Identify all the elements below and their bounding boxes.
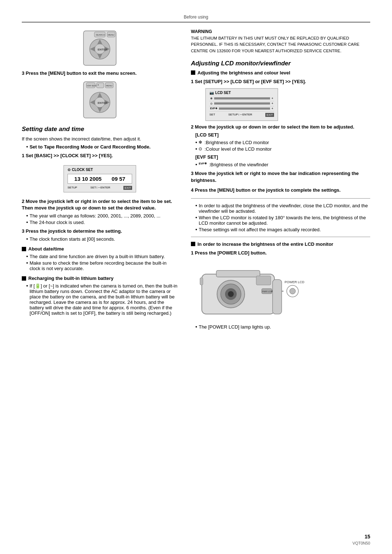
camera-power-svg: PWR LCD POWER LCD bbox=[195, 260, 311, 321]
warning-title: WARNING bbox=[191, 29, 370, 34]
bullet-recharge-text: If [🔋] or [~] is indicated when the came… bbox=[26, 283, 178, 316]
bullet-adj-brightness: In order to adjust the brightness of the… bbox=[195, 203, 370, 214]
page-number: 15 bbox=[364, 534, 370, 539]
svg-text:▲: ▲ bbox=[97, 83, 99, 86]
clock-set-panel: ⊙ CLOCK SET 13 10 2005 09 57 SETUP SET↕↔… bbox=[64, 165, 136, 192]
section-divider-1 bbox=[191, 198, 370, 199]
colour-lcd-bullet: ⊙ :Colour level of the LCD monitor bbox=[195, 146, 370, 152]
svg-text:PWR LCD: PWR LCD bbox=[262, 290, 272, 293]
warning-box: WARNING THE LITHIUM BATTERY IN THIS UNIT… bbox=[191, 29, 370, 54]
svg-text:SEARCH: SEARCH bbox=[96, 34, 105, 36]
step4-complete: 4 Press the [MENU] button or the joystic… bbox=[191, 187, 370, 194]
adjusting-lcd-title: Adjusting LCD monitor/viewfinder bbox=[191, 60, 370, 67]
version-number: VQT0N50 bbox=[352, 541, 370, 545]
about-square-icon bbox=[22, 247, 26, 251]
header-divider bbox=[22, 22, 370, 23]
clock-time-display: 13 10 2005 09 57 bbox=[68, 174, 132, 184]
svg-rect-39 bbox=[273, 280, 282, 314]
step3-joystick-bar: 3 Move the joystick left or right to mov… bbox=[191, 170, 370, 184]
svg-text:MENU: MENU bbox=[106, 85, 113, 87]
about-date-time-heading: About date/time bbox=[22, 246, 178, 252]
brightness-colour-heading: Adjusting the brightness and colour leve… bbox=[191, 70, 370, 76]
camera-control-diagram-bottom: VDR SEARCH ▲ MENU ENTER bbox=[76, 80, 123, 120]
svg-rect-32 bbox=[256, 276, 271, 285]
lcd-set-label: SET bbox=[209, 113, 215, 117]
brightness-lcd-bullet: ✻ :Brightness of the LCD monitor bbox=[195, 140, 370, 145]
section-divider-2 bbox=[191, 237, 370, 237]
lcd-panel-rows: ✻ + ⊙ + EVF✻ + bbox=[209, 96, 274, 111]
recharging-square-icon bbox=[22, 276, 26, 281]
bullet-rotated-180: When the LCD monitor is rotated by 180° … bbox=[195, 215, 370, 226]
svg-text:ENTER: ENTER bbox=[98, 48, 107, 51]
lcd-row-3: EVF✻ + bbox=[209, 106, 274, 111]
lcd-row-2: ⊙ + bbox=[209, 101, 274, 106]
step2-adjust: 2 Move the joystick up or down in order … bbox=[191, 124, 370, 131]
bullet-builtin-battery: The date and time function are driven by… bbox=[26, 254, 178, 259]
clock-date: 13 10 2005 bbox=[74, 176, 102, 182]
clock-enter-label: SET↕↔ENTER bbox=[90, 186, 110, 190]
brightness-evf-bullet: EVF✻ :Brightness of the viewfinder bbox=[195, 162, 370, 167]
increase-brightness-heading: In order to increase the brightness of t… bbox=[191, 241, 370, 247]
bullet-year: The year will change as follows: 2000, 2… bbox=[26, 213, 178, 219]
left-column: SEARCH MENU ENTER 3 Press the [MENU] but… bbox=[22, 29, 178, 317]
lcd-set-panel: 📷 LCD SET ✻ + ⊙ + bbox=[205, 88, 278, 121]
lcd-panel-title-text: LCD SET bbox=[215, 91, 231, 95]
lcd-exit-label: EXIT bbox=[265, 113, 274, 117]
bullet-clock-start: The clock function starts at [00] second… bbox=[26, 236, 178, 242]
date-time-intro: If the screen shows the incorrect date/t… bbox=[22, 136, 178, 143]
clock-icon: ⊙ bbox=[68, 168, 70, 172]
bullet-settings-images: These settings will not affect the image… bbox=[195, 227, 370, 232]
clock-panel-title-text: CLOCK SET bbox=[72, 168, 93, 172]
lcd-set-label-text: [LCD SET] bbox=[195, 132, 370, 139]
svg-text:POWER LCD: POWER LCD bbox=[285, 280, 305, 284]
bullet-check-time: Make sure to check the time before recor… bbox=[26, 260, 178, 271]
page-header: Before using bbox=[22, 15, 370, 20]
lcd-panel-title-row: 📷 LCD SET bbox=[209, 91, 231, 95]
recharging-heading: Recharging the built-in lithium battery bbox=[22, 276, 178, 281]
step1-power-lcd: 1 Press the [POWER LCD] button. bbox=[191, 250, 370, 257]
warning-text: THE LITHIUM BATTERY IN THIS UNIT MUST ON… bbox=[191, 35, 370, 54]
header-label: Before using bbox=[184, 15, 208, 20]
lcd-enter-label: SETUP↕↔ENTER bbox=[228, 113, 252, 117]
step2-joystick: 2 Move the joystick left or right in ord… bbox=[22, 198, 178, 212]
clock-time: 09 57 bbox=[112, 176, 126, 182]
right-column: WARNING THE LITHIUM BATTERY IN THIS UNIT… bbox=[191, 29, 370, 331]
svg-point-37 bbox=[290, 288, 295, 294]
clock-panel-footer: SETUP SET↕↔ENTER EXIT bbox=[68, 186, 132, 190]
svg-rect-40 bbox=[200, 278, 203, 285]
setting-date-time-title: Setting date and time bbox=[22, 126, 178, 133]
svg-text:MENU: MENU bbox=[108, 34, 114, 36]
svg-point-30 bbox=[228, 291, 234, 297]
clock-exit-label: EXIT bbox=[123, 186, 132, 190]
bullet-power-lamp: The [POWER LCD] lamp lights up. bbox=[195, 324, 370, 330]
lcd-panel-footer: SET SETUP↕↔ENTER EXIT bbox=[209, 113, 274, 117]
evf-set-label-text: [EVF SET] bbox=[195, 154, 370, 161]
step1-lcd-set: 1 Set [SETUP] >> [LCD SET] or [EVF SET] … bbox=[191, 78, 370, 85]
camera-control-diagram-top: SEARCH MENU ENTER bbox=[76, 29, 123, 67]
svg-text:ENTER: ENTER bbox=[98, 101, 107, 105]
camera-power-lcd-diagram: PWR LCD POWER LCD bbox=[195, 260, 311, 321]
main-content: SEARCH MENU ENTER 3 Press the [MENU] but… bbox=[22, 29, 370, 331]
brightness-square-icon bbox=[191, 70, 195, 75]
step1-clock: 1 Set [BASIC] >> [CLOCK SET] >> [YES]. bbox=[22, 152, 178, 159]
lcd-camera-icon: 📷 bbox=[209, 91, 214, 95]
increase-square-icon bbox=[191, 242, 195, 246]
svg-rect-31 bbox=[216, 270, 260, 277]
bullet-24h: The 24-hour clock is used. bbox=[26, 220, 178, 225]
step3-exit: 3 Press the [MENU] button to exit the me… bbox=[22, 70, 178, 77]
bullet-set-mode: Set to Tape Recording Mode or Card Recor… bbox=[26, 144, 178, 150]
clock-setup-label: SETUP bbox=[68, 186, 77, 190]
step3-determine: 3 Press the joystick to determine the se… bbox=[22, 228, 178, 235]
lcd-row-1: ✻ + bbox=[209, 96, 274, 101]
